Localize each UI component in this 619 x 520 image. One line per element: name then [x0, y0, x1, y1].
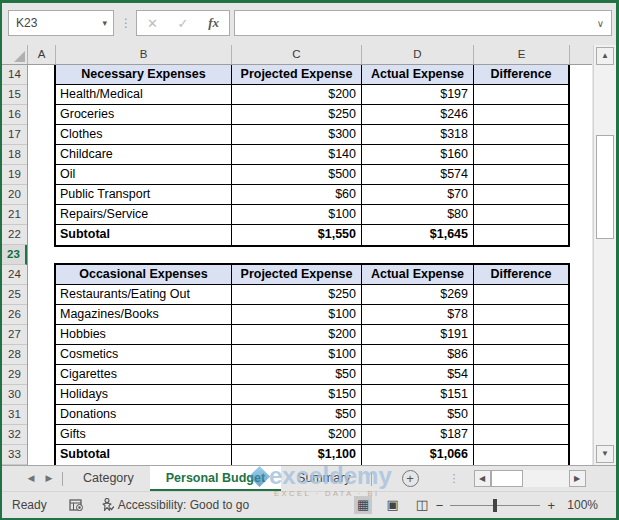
- cell[interactable]: $70: [362, 185, 474, 205]
- page-break-preview-icon[interactable]: ◫: [413, 496, 431, 514]
- cell[interactable]: Actual Expense: [362, 265, 474, 285]
- column-header-d[interactable]: D: [362, 45, 474, 64]
- zoom-in-icon[interactable]: +: [547, 498, 555, 513]
- macro-record-icon[interactable]: [69, 499, 84, 512]
- cell[interactable]: Necessary Expenses: [56, 65, 232, 85]
- cell[interactable]: [474, 425, 568, 445]
- cell[interactable]: $80: [362, 205, 474, 225]
- cell[interactable]: $191: [362, 325, 474, 345]
- cell[interactable]: $1,645: [362, 225, 474, 245]
- cell[interactable]: $1,550: [232, 225, 362, 245]
- cell[interactable]: $200: [232, 85, 362, 105]
- cell[interactable]: $100: [232, 305, 362, 325]
- cell[interactable]: $60: [232, 185, 362, 205]
- formula-input[interactable]: ∨: [234, 10, 612, 36]
- vertical-scrollbar[interactable]: ▲ ▼: [593, 45, 616, 465]
- cancel-icon[interactable]: ✕: [147, 16, 158, 31]
- cell[interactable]: $500: [232, 165, 362, 185]
- cell[interactable]: $250: [232, 285, 362, 305]
- sheet-tab-summary[interactable]: Summary: [281, 466, 366, 491]
- row-header-33[interactable]: 33: [2, 445, 27, 465]
- cell[interactable]: [474, 165, 568, 185]
- sheet-grid[interactable]: Necessary ExpensesProjected ExpenseActua…: [28, 65, 592, 465]
- cell[interactable]: Holidays: [56, 385, 232, 405]
- cell[interactable]: $200: [232, 425, 362, 445]
- cell[interactable]: $269: [362, 285, 474, 305]
- cell[interactable]: [474, 85, 568, 105]
- new-sheet-button[interactable]: +: [402, 470, 419, 487]
- row-header-31[interactable]: 31: [2, 405, 27, 425]
- cell[interactable]: Public Transport: [56, 185, 232, 205]
- zoom-out-icon[interactable]: −: [436, 498, 444, 513]
- cell[interactable]: Childcare: [56, 145, 232, 165]
- enter-icon[interactable]: ✓: [178, 16, 189, 31]
- cell[interactable]: [474, 385, 568, 405]
- cell[interactable]: $1,100: [232, 445, 362, 465]
- column-header-c[interactable]: C: [232, 45, 362, 64]
- cell[interactable]: $1,066: [362, 445, 474, 465]
- cell[interactable]: Cigarettes: [56, 365, 232, 385]
- cell[interactable]: $50: [232, 365, 362, 385]
- cell[interactable]: Subtotal: [56, 225, 232, 245]
- cell[interactable]: $200: [232, 325, 362, 345]
- scroll-up-icon[interactable]: ▲: [596, 47, 614, 65]
- cell[interactable]: [474, 285, 568, 305]
- row-header-21[interactable]: 21: [2, 205, 27, 225]
- normal-view-icon[interactable]: ▦: [354, 496, 372, 514]
- cell[interactable]: Subtotal: [56, 445, 232, 465]
- cell[interactable]: Health/Medical: [56, 85, 232, 105]
- row-header-26[interactable]: 26: [2, 305, 27, 325]
- zoom-slider-thumb[interactable]: [493, 499, 497, 512]
- cell[interactable]: Difference: [474, 65, 568, 85]
- row-header-27[interactable]: 27: [2, 325, 27, 345]
- horizontal-scroll-thumb[interactable]: [491, 470, 523, 487]
- cell[interactable]: $318: [362, 125, 474, 145]
- cell[interactable]: [474, 185, 568, 205]
- cell[interactable]: Repairs/Service: [56, 205, 232, 225]
- cell[interactable]: Magazines/Books: [56, 305, 232, 325]
- cell[interactable]: Occasional Expenses: [56, 265, 232, 285]
- row-header-29[interactable]: 29: [2, 365, 27, 385]
- row-header-25[interactable]: 25: [2, 285, 27, 305]
- cell[interactable]: $187: [362, 425, 474, 445]
- row-header-16[interactable]: 16: [2, 105, 27, 125]
- cell[interactable]: $197: [362, 85, 474, 105]
- cell[interactable]: $50: [232, 405, 362, 425]
- cell[interactable]: [474, 405, 568, 425]
- cell[interactable]: Restaurants/Eating Out: [56, 285, 232, 305]
- cell[interactable]: [474, 345, 568, 365]
- name-box[interactable]: K23 ▾: [8, 10, 114, 36]
- cell[interactable]: [474, 325, 568, 345]
- cell[interactable]: $50: [362, 405, 474, 425]
- accessibility-status[interactable]: Accessibility: Good to go: [102, 498, 249, 512]
- cell[interactable]: $150: [232, 385, 362, 405]
- select-all-button[interactable]: [2, 45, 28, 64]
- name-box-dropdown-icon[interactable]: ▾: [102, 11, 107, 35]
- row-header-32[interactable]: 32: [2, 425, 27, 445]
- sheet-tab-category[interactable]: Category: [67, 466, 150, 491]
- row-header-24[interactable]: 24: [2, 265, 27, 285]
- cell[interactable]: Gifts: [56, 425, 232, 445]
- cell[interactable]: [474, 105, 568, 125]
- cell[interactable]: $250: [232, 105, 362, 125]
- insert-function-icon[interactable]: fx: [208, 15, 219, 31]
- cell[interactable]: $54: [362, 365, 474, 385]
- cell[interactable]: [474, 305, 568, 325]
- cell[interactable]: [474, 225, 568, 245]
- cell[interactable]: $78: [362, 305, 474, 325]
- vertical-scroll-thumb[interactable]: [596, 135, 614, 239]
- column-header-a[interactable]: A: [28, 45, 56, 64]
- cell[interactable]: $140: [232, 145, 362, 165]
- row-header-23[interactable]: 23: [2, 245, 27, 265]
- cell[interactable]: Clothes: [56, 125, 232, 145]
- cell[interactable]: $100: [232, 345, 362, 365]
- scroll-down-icon[interactable]: ▼: [596, 445, 614, 463]
- cell[interactable]: Difference: [474, 265, 568, 285]
- cell[interactable]: $574: [362, 165, 474, 185]
- cell[interactable]: $300: [232, 125, 362, 145]
- row-header-19[interactable]: 19: [2, 165, 27, 185]
- sheet-tab-personal-budget[interactable]: Personal Budget: [150, 466, 281, 491]
- scroll-left-icon[interactable]: ◀: [474, 470, 491, 487]
- tab-nav-right-icon[interactable]: ▶: [40, 466, 58, 491]
- cell[interactable]: [474, 125, 568, 145]
